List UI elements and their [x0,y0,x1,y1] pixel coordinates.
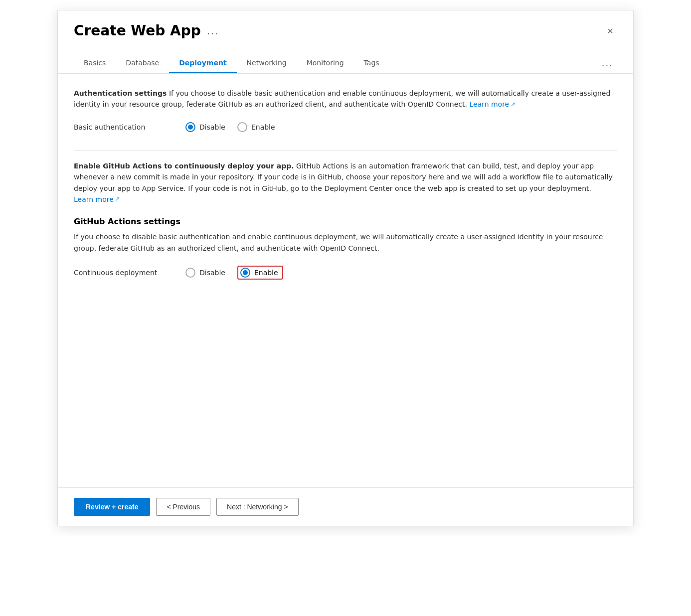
continuous-deployment-disable-option[interactable]: Disable [185,268,225,278]
title-area: Create Web App ... [74,22,219,39]
auth-description: Authentication settings If you choose to… [74,88,617,110]
continuous-deployment-enable-label: Enable [254,269,278,277]
github-description-bold: Enable GitHub Actions to continuously de… [74,162,294,170]
close-button[interactable]: × [603,24,617,38]
divider-1 [74,150,617,151]
tab-tags[interactable]: Tags [354,54,389,73]
continuous-deployment-disable-radio[interactable] [185,268,195,278]
continuous-deployment-enable-option[interactable]: Enable [237,266,283,280]
tab-content: Authentication settings If you choose to… [58,74,633,487]
github-learn-more-link[interactable]: Learn more ↗ [74,194,120,205]
github-actions-settings-section: GitHub Actions settings If you choose to… [74,217,617,284]
review-create-button[interactable]: Review + create [74,498,150,516]
tab-networking[interactable]: Networking [237,54,297,73]
dialog-title: Create Web App [74,22,201,39]
next-button[interactable]: Next : Networking > [216,498,299,516]
dialog-header: Create Web App ... × [58,10,633,39]
create-web-app-dialog: Create Web App ... × Basics Database Dep… [57,10,634,526]
tab-database[interactable]: Database [116,54,169,73]
basic-auth-disable-radio[interactable] [185,122,195,132]
continuous-deployment-label: Continuous deployment [74,269,173,277]
basic-auth-enable-option[interactable]: Enable [237,122,275,132]
title-more-options[interactable]: ... [207,25,219,37]
github-actions-section: Enable GitHub Actions to continuously de… [74,160,617,205]
basic-auth-row: Basic authentication Disable Enable [74,118,617,136]
tab-basics[interactable]: Basics [74,54,116,73]
github-actions-settings-title: GitHub Actions settings [74,217,617,226]
tab-monitoring[interactable]: Monitoring [297,54,354,73]
continuous-deployment-options: Disable Enable [185,266,283,280]
auth-settings-section: Authentication settings If you choose to… [74,88,617,136]
continuous-deployment-disable-label: Disable [199,269,225,277]
continuous-deployment-enable-radio[interactable] [240,268,250,278]
continuous-deployment-row: Continuous deployment Disable Enable [74,262,617,284]
auth-description-bold: Authentication settings [74,89,167,97]
tabs-more-options[interactable]: ... [598,53,617,73]
basic-auth-enable-label: Enable [251,123,275,131]
github-external-link-icon: ↗ [115,195,120,204]
basic-auth-disable-label: Disable [199,123,225,131]
previous-button[interactable]: < Previous [156,498,210,516]
external-link-icon: ↗ [511,100,515,109]
basic-auth-disable-option[interactable]: Disable [185,122,225,132]
basic-auth-options: Disable Enable [185,122,275,132]
dialog-footer: Review + create < Previous Next : Networ… [58,487,633,526]
basic-auth-enable-radio[interactable] [237,122,247,132]
tab-deployment[interactable]: Deployment [169,54,236,73]
auth-learn-more-link[interactable]: Learn more ↗ [469,99,515,110]
github-description: Enable GitHub Actions to continuously de… [74,160,617,205]
tabs-bar: Basics Database Deployment Networking Mo… [58,43,633,74]
github-actions-description: If you choose to disable basic authentic… [74,231,617,254]
basic-auth-label: Basic authentication [74,123,173,131]
